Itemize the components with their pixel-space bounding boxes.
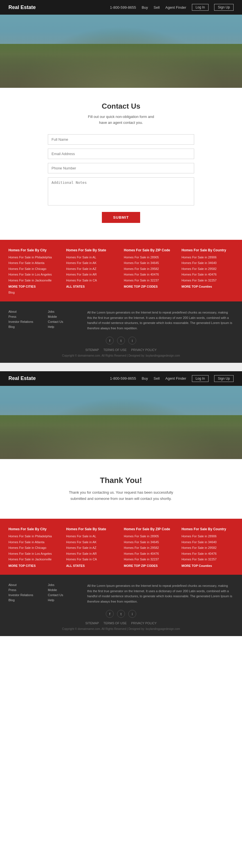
- nav-agent-finder-page2[interactable]: Agent Finder: [165, 376, 186, 380]
- footer-link-ak-p1[interactable]: Homes For Sale in AK: [66, 260, 118, 266]
- footer-link-zip5-p1[interactable]: Homes For Sale in 32237: [124, 278, 176, 283]
- footer-link-zip1-p2[interactable]: Homes For Sale in 28905: [124, 534, 176, 539]
- nav-agent-finder-page1[interactable]: Agent Finder: [165, 5, 186, 9]
- footer-press-p1[interactable]: Press: [8, 315, 42, 318]
- footer-sitemap-p2[interactable]: SITEMAP: [85, 621, 99, 625]
- footer-more-counties-p1[interactable]: MORE TOP Counties: [181, 284, 234, 289]
- footer-link-la-p2[interactable]: Homes For Sale in Los Angeles: [8, 551, 61, 556]
- footer-link-zip4-p1[interactable]: Homes For Sale in 40476: [124, 272, 176, 277]
- footer-link-zip5-p2[interactable]: Homes For Sale in 32237: [124, 557, 176, 562]
- twitter-icon-p2[interactable]: t: [117, 610, 125, 618]
- footer-link-al-p2[interactable]: Homes For Sale in AL: [66, 534, 118, 539]
- footer-link-al-p1[interactable]: Homes For Sale in AL: [66, 255, 118, 260]
- footer-link-ar-p2[interactable]: Homes For Sale in AR: [66, 551, 118, 556]
- footer-link-zip2-p1[interactable]: Homes For Sale in 34645: [124, 260, 176, 266]
- footer-terms-p1[interactable]: TERMS OF USE: [103, 348, 127, 351]
- dark-footer-page2: About Press Investor Relations Blog Jobs…: [0, 575, 242, 636]
- footer-about-p1[interactable]: About: [8, 310, 42, 313]
- footer-link-cnt5-p2[interactable]: Homes For Sale in 32257: [181, 557, 234, 562]
- footer-privacy-p2[interactable]: PRIVACY POLICY: [131, 621, 157, 625]
- footer-link-ca-p2[interactable]: Homes For Sale in CA: [66, 557, 118, 562]
- dark-footer-desc-page1: All the Lorem Ipsum generators on the In…: [87, 310, 234, 331]
- footer-link-cnt3-p1[interactable]: Homes For Sale in 29582: [181, 267, 234, 271]
- email-input[interactable]: [48, 149, 194, 159]
- footer-link-az-p2[interactable]: Homes For Sale in AZ: [66, 546, 118, 550]
- footer-mobile-p1[interactable]: Mobile: [48, 315, 82, 318]
- thankyou-title: Thank You!: [8, 476, 234, 485]
- footer-investor-p1[interactable]: Investor Relations: [8, 320, 42, 323]
- footer-help-p2[interactable]: Help: [48, 598, 82, 602]
- footer-link-zip2-p2[interactable]: Homes For Sale in 34645: [124, 540, 176, 545]
- footer-bottom-links-page2: SITEMAP TERMS OF USE PRIVACY POLICY: [8, 621, 234, 625]
- footer-link-jacksonville-p2[interactable]: Homes For Sale in Jacksonville: [8, 557, 61, 562]
- signup-btn-page1[interactable]: Sign Up: [214, 4, 234, 11]
- phone-input[interactable]: [48, 163, 194, 174]
- footer-link-cnt2-p1[interactable]: Homes For Sale in 34640: [181, 260, 234, 266]
- footer-link-philadelphia-p2[interactable]: Homes For Sale in Philadelphia: [8, 534, 61, 539]
- footer-link-cnt1-p1[interactable]: Homes For Sale in 28906: [181, 255, 234, 260]
- footer-contact-p1[interactable]: Contact Us: [48, 320, 82, 323]
- notes-textarea[interactable]: [48, 177, 194, 206]
- footer-contact-p2[interactable]: Contact Us: [48, 593, 82, 597]
- footer-link-atlanta-p2[interactable]: Homes For Sale in Atlanta: [8, 540, 61, 545]
- instagram-icon-p1[interactable]: i: [128, 337, 136, 344]
- footer-link-ar-p1[interactable]: Homes For Sale in AR: [66, 272, 118, 277]
- footer-more-zips-p2[interactable]: MORE TOP ZIP CODES: [124, 563, 176, 568]
- footer-link-cnt4-p1[interactable]: Homes For Sale in 40476: [181, 272, 234, 277]
- footer-link-chicago-p1[interactable]: Homes For Sale in Chicago: [8, 267, 61, 271]
- footer-link-jacksonville-p1[interactable]: Homes For Sale in Jacksonville: [8, 278, 61, 283]
- footer-link-ca-p1[interactable]: Homes For Sale in CA: [66, 278, 118, 283]
- login-btn-page1[interactable]: Log In: [192, 4, 209, 11]
- footer-about-p2[interactable]: About: [8, 583, 42, 587]
- nav-buy-page1[interactable]: Buy: [142, 5, 148, 9]
- footer-help-p1[interactable]: Help: [48, 325, 82, 329]
- footer-link-atlanta-p1[interactable]: Homes For Sale in Atlanta: [8, 260, 61, 266]
- footer-blog-p1[interactable]: Blog: [8, 290, 61, 295]
- login-btn-page2[interactable]: Log In: [192, 375, 209, 382]
- footer-link-cnt3-p2[interactable]: Homes For Sale in 29582: [181, 546, 234, 550]
- instagram-icon-p2[interactable]: i: [128, 610, 136, 618]
- footer-blog2-p2[interactable]: Blog: [8, 598, 42, 602]
- facebook-icon-p1[interactable]: f: [106, 337, 114, 344]
- footer-link-cnt5-p1[interactable]: Homes For Sale in 32257: [181, 278, 234, 283]
- twitter-icon-p1[interactable]: t: [117, 337, 125, 344]
- footer-link-zip4-p2[interactable]: Homes For Sale in 40476: [124, 551, 176, 556]
- footer-link-zip3-p2[interactable]: Homes For Sale in 29582: [124, 546, 176, 550]
- contact-subtitle: Fill out our quick non-obligation form a…: [8, 114, 234, 126]
- footer-sitemap-p1[interactable]: SITEMAP: [85, 348, 99, 351]
- nav-buy-page2[interactable]: Buy: [142, 376, 148, 380]
- footer-more-cities-p2[interactable]: MORE TOP CITIES: [8, 563, 61, 568]
- nav-sell-page2[interactable]: Sell: [154, 376, 160, 380]
- footer-link-philadelphia-p1[interactable]: Homes For Sale in Philadelphia: [8, 255, 61, 260]
- footer-terms-p2[interactable]: TERMS OF USE: [103, 621, 127, 625]
- facebook-icon-p2[interactable]: f: [106, 610, 114, 618]
- footer-link-ak-p2[interactable]: Homes For Sale in AK: [66, 540, 118, 545]
- footer-all-states-p1[interactable]: ALL STATES: [66, 284, 118, 289]
- footer-blog2-p1[interactable]: Blog: [8, 325, 42, 329]
- footer-mobile-p2[interactable]: Mobile: [48, 588, 82, 592]
- footer-link-cnt1-p2[interactable]: Homes For Sale in 28906: [181, 534, 234, 539]
- footer-all-states-p2[interactable]: ALL STATES: [66, 563, 118, 568]
- footer-investor-p2[interactable]: Investor Relations: [8, 593, 42, 597]
- footer-link-cnt2-p2[interactable]: Homes For Sale in 34640: [181, 540, 234, 545]
- footer-link-zip1-p1[interactable]: Homes For Sale in 28905: [124, 255, 176, 260]
- footer-more-counties-p2[interactable]: MORE TOP Counties: [181, 563, 234, 568]
- footer-link-chicago-p2[interactable]: Homes For Sale in Chicago: [8, 546, 61, 550]
- nav-sell-page1[interactable]: Sell: [154, 5, 160, 9]
- hero-page1: [0, 14, 242, 88]
- dark-footer-grid-page2: About Press Investor Relations Blog Jobs…: [8, 583, 234, 604]
- signup-btn-page2[interactable]: Sign Up: [214, 375, 234, 382]
- footer-more-zips-p1[interactable]: MORE TOP ZIP CODES: [124, 284, 176, 289]
- footer-link-la-p1[interactable]: Homes For Sale in Los Angeles: [8, 272, 61, 277]
- footer-more-cities-p1[interactable]: MORE TOP CITIES: [8, 284, 61, 289]
- submit-button[interactable]: SUBMIT: [102, 212, 140, 223]
- footer-jobs-p1[interactable]: Jobs: [48, 310, 82, 313]
- footer-link-zip3-p1[interactable]: Homes For Sale in 29582: [124, 267, 176, 271]
- footer-privacy-p1[interactable]: PRIVACY POLICY: [131, 348, 157, 351]
- footer-col-city-title-page1: Homes For Sale By City: [8, 248, 61, 252]
- full-name-input[interactable]: [48, 134, 194, 145]
- footer-press-p2[interactable]: Press: [8, 588, 42, 592]
- footer-jobs-p2[interactable]: Jobs: [48, 583, 82, 587]
- footer-link-cnt4-p2[interactable]: Homes For Sale in 40476: [181, 551, 234, 556]
- footer-link-az-p1[interactable]: Homes For Sale in AZ: [66, 267, 118, 271]
